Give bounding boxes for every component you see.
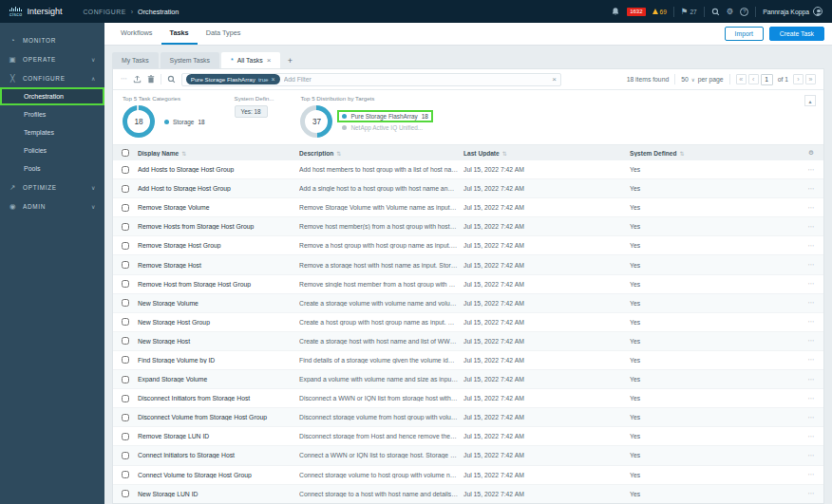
row-checkbox[interactable] (122, 433, 129, 440)
filter-field[interactable]: Pure Storage FlashArray true × × (181, 73, 561, 86)
row-actions-icon[interactable]: ⋯ (799, 299, 823, 307)
close-tab-icon[interactable]: × (267, 56, 272, 65)
row-actions-icon[interactable]: ⋯ (799, 318, 823, 326)
import-button[interactable]: Import (725, 27, 764, 41)
row-actions-icon[interactable]: ⋯ (799, 185, 823, 193)
column-description[interactable]: Description⇅ (299, 150, 463, 157)
row-checkbox[interactable] (122, 318, 129, 326)
filter-search-icon[interactable] (167, 75, 176, 84)
collapse-widgets-icon[interactable]: ▴ (804, 95, 816, 106)
prev-page-button[interactable]: ‹ (748, 74, 759, 84)
column-last-update[interactable]: Last Update⇅ (463, 150, 630, 157)
table-row[interactable]: Add Hosts to Storage Host Group Add host… (113, 160, 823, 179)
user-menu[interactable]: Pannraja Koppa (763, 7, 823, 16)
tab-tasks[interactable]: Tasks (161, 23, 198, 45)
table-row[interactable]: New Storage Volume Create a storage volu… (113, 294, 823, 313)
task-display-name[interactable]: Remove Storage Host Group (138, 242, 299, 249)
row-checkbox[interactable] (122, 280, 129, 288)
column-display-name[interactable]: Display Name⇅ (138, 150, 299, 157)
export-icon[interactable] (133, 75, 142, 84)
row-checkbox[interactable] (122, 490, 129, 497)
row-checkbox[interactable] (122, 337, 129, 345)
table-row[interactable]: Connect Initiators to Storage Host Conne… (113, 446, 823, 465)
row-actions-icon[interactable]: ⋯ (799, 337, 823, 345)
row-actions-icon[interactable]: ⋯ (799, 204, 823, 212)
critical-alarms-badge[interactable]: 1632 (627, 8, 645, 16)
table-row[interactable]: Remove Host from Storage Host Group Remo… (113, 275, 823, 294)
row-checkbox[interactable] (122, 356, 129, 364)
task-display-name[interactable]: Expand Storage Volume (138, 376, 299, 383)
breadcrumb-section[interactable]: CONFIGURE (83, 9, 125, 15)
row-actions-icon[interactable]: ⋯ (799, 356, 823, 364)
task-display-name[interactable]: Disconnect Volume from Storage Host Grou… (138, 414, 299, 420)
row-checkbox[interactable] (122, 223, 129, 231)
table-row[interactable]: Remove Storage Host Remove a storage hos… (113, 255, 823, 274)
row-actions-icon[interactable]: ⋯ (799, 223, 823, 231)
legend-item-netapp[interactable]: NetApp Active IQ Unified... (339, 123, 430, 132)
row-actions-icon[interactable]: ⋯ (799, 490, 823, 497)
table-row[interactable]: Connect Volume to Storage Host Group Con… (113, 466, 823, 485)
select-all-checkbox[interactable] (122, 149, 129, 157)
row-actions-icon[interactable]: ⋯ (799, 395, 823, 402)
sidebar-item-profiles[interactable]: Profiles (0, 105, 104, 123)
tab-my-tasks[interactable]: My Tasks (112, 52, 159, 68)
task-display-name[interactable]: Remove Storage Volume (138, 204, 299, 211)
tab-all-tasks[interactable]: * All Tasks × (221, 52, 280, 68)
last-page-button[interactable]: » (805, 74, 816, 84)
clear-filters-icon[interactable]: × (552, 75, 557, 84)
legend-item-storage[interactable]: Storage 18 (161, 118, 208, 126)
task-display-name[interactable]: New Storage LUN ID (138, 491, 299, 497)
row-actions-icon[interactable]: ⋯ (799, 414, 823, 421)
help-icon[interactable]: ? (740, 8, 748, 16)
table-row[interactable]: Remove Storage LUN ID Disconnect storage… (113, 427, 823, 446)
table-row[interactable]: Disconnect Initiators from Storage Host … (113, 389, 823, 408)
table-row[interactable]: Remove Storage Volume Remove Storage Vol… (113, 198, 823, 217)
settings-gear-icon[interactable]: ⚙ (727, 8, 734, 16)
create-task-button[interactable]: Create Task (769, 27, 824, 41)
per-page-select[interactable]: 50 ∨ per page (681, 76, 723, 83)
row-actions-icon[interactable]: ⋯ (799, 280, 823, 288)
row-actions-icon[interactable]: ⋯ (799, 166, 823, 174)
row-actions-icon[interactable]: ⋯ (799, 471, 823, 478)
sidebar-item-monitor[interactable]: ◔ MONITOR (0, 30, 104, 49)
table-row[interactable]: Remove Storage Host Group Remove a host … (113, 236, 823, 255)
system-defined-tag[interactable]: Yes: 18 (235, 105, 268, 118)
task-display-name[interactable]: New Storage Volume (138, 300, 299, 307)
warning-alarms-badge[interactable]: 69 (652, 9, 667, 15)
remove-filter-icon[interactable]: × (272, 76, 275, 83)
row-actions-icon[interactable]: ⋯ (799, 433, 823, 440)
tab-system-tasks[interactable]: System Tasks (161, 52, 219, 68)
row-checkbox[interactable] (122, 185, 129, 193)
notifications-bell-icon[interactable] (611, 7, 620, 16)
sidebar-item-orchestration[interactable]: Orchestration (0, 87, 104, 105)
task-display-name[interactable]: Find Storage Volume by ID (138, 357, 299, 364)
current-page-box[interactable]: 1 (761, 74, 773, 85)
legend-item-pure-storage[interactable]: Pure Storage FlashArray 18 (339, 112, 430, 121)
row-checkbox[interactable] (122, 204, 129, 212)
table-row[interactable]: Add Host to Storage Host Group Add a sin… (113, 179, 823, 198)
sidebar-item-policies[interactable]: Policies (0, 141, 104, 159)
sidebar-item-configure[interactable]: ╳ CONFIGURE ∧ (0, 68, 104, 87)
add-view-tab-button[interactable]: + (282, 52, 297, 68)
filter-chip[interactable]: Pure Storage FlashArray true × (186, 74, 280, 84)
requests-icon[interactable]: ⚑ 27 (681, 8, 697, 16)
task-display-name[interactable]: Add Host to Storage Host Group (138, 185, 299, 192)
row-checkbox[interactable] (122, 471, 129, 478)
row-checkbox[interactable] (122, 166, 129, 174)
row-actions-icon[interactable]: ⋯ (799, 261, 823, 269)
targets-donut[interactable]: 37 (300, 105, 332, 138)
row-checkbox[interactable] (122, 452, 129, 459)
table-row[interactable]: Find Storage Volume by ID Find details o… (113, 351, 823, 370)
task-display-name[interactable]: Remove Host from Storage Host Group (138, 281, 299, 288)
task-display-name[interactable]: Disconnect Initiators from Storage Host (138, 395, 299, 401)
row-checkbox[interactable] (122, 395, 129, 402)
task-display-name[interactable]: New Storage Host (138, 338, 299, 345)
row-checkbox[interactable] (122, 261, 129, 269)
row-checkbox[interactable] (122, 414, 129, 421)
task-categories-donut[interactable]: 18 (123, 105, 155, 138)
table-row[interactable]: Expand Storage Volume Expand a volume wi… (113, 370, 823, 389)
more-actions-icon[interactable]: ⋯ (121, 76, 127, 83)
row-actions-icon[interactable]: ⋯ (799, 452, 823, 459)
task-display-name[interactable]: Remove Storage Host (138, 262, 299, 269)
add-filter-input[interactable] (284, 76, 548, 83)
